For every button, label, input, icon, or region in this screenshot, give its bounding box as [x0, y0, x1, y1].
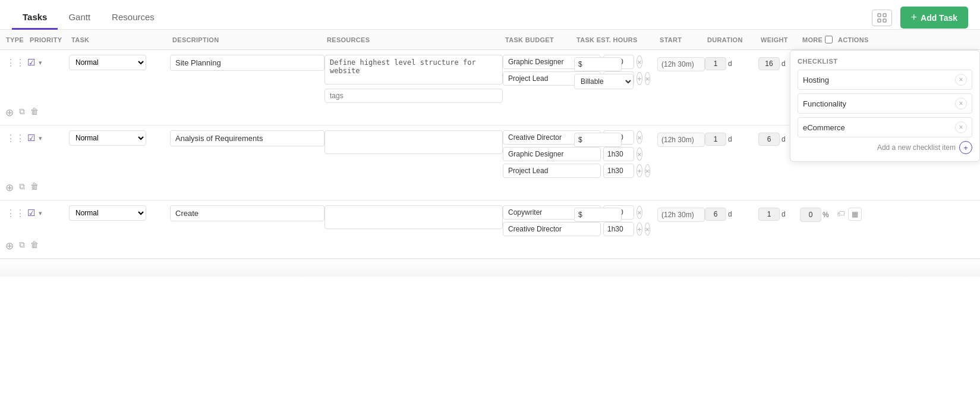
- resource-remove-btn-2-2[interactable]: ×: [636, 148, 642, 161]
- resource-hours-2-3[interactable]: [603, 164, 634, 178]
- task-name-cell-2: [170, 130, 324, 146]
- th-more: MORE: [800, 33, 836, 46]
- tags-input-1[interactable]: [324, 89, 503, 103]
- resource-hours-2-2[interactable]: [603, 147, 634, 161]
- checklist-title: CHECKLIST: [798, 58, 972, 65]
- drag-handle-3[interactable]: ⋮⋮: [4, 205, 27, 219]
- action-copy-btn-2[interactable]: ⧉: [17, 180, 27, 193]
- checklist-popup: CHECKLIST Hosting × Functionality × eCom…: [790, 50, 980, 162]
- checklist-btn-3[interactable]: ▦: [848, 208, 862, 221]
- resource-name-3-2[interactable]: [503, 222, 601, 236]
- resource-name-2-3[interactable]: [503, 164, 601, 178]
- action-add-btn-2[interactable]: ⊕: [4, 180, 15, 195]
- checklist-item-text-3: eCommerce: [803, 123, 845, 132]
- expand-btn-2[interactable]: ▾: [37, 133, 43, 143]
- weight-pct-label-3: %: [823, 211, 829, 219]
- billable-select-1[interactable]: Billable Non-Billable: [574, 74, 634, 89]
- grid-view-toggle[interactable]: [872, 10, 892, 26]
- budget-cell-2: [574, 130, 657, 147]
- priority-select-3[interactable]: Normal High Low Urgent: [69, 205, 146, 221]
- action-delete-btn-1[interactable]: 🗑: [29, 105, 40, 117]
- bottom-fade: [0, 259, 980, 277]
- task-icon-2: ☑: [27, 133, 35, 143]
- budget-input-3[interactable]: [574, 208, 622, 222]
- tab-resources[interactable]: Resources: [101, 6, 165, 30]
- resource-hours-3-2[interactable]: [603, 222, 634, 236]
- task-name-input-2[interactable]: [170, 130, 324, 146]
- action-copy-btn-3[interactable]: ⧉: [17, 239, 27, 251]
- task-name-cell-3: [170, 205, 324, 221]
- checklist-item-remove-2[interactable]: ×: [955, 98, 967, 109]
- checklist-item-remove-1[interactable]: ×: [955, 74, 967, 86]
- expand-btn-1[interactable]: ▾: [37, 58, 43, 68]
- priority-cell-1: Normal High Low Urgent: [69, 55, 170, 70]
- drag-handle-2[interactable]: ⋮⋮: [4, 130, 27, 144]
- action-add-btn-1[interactable]: ⊕: [4, 105, 15, 120]
- start-dur-row-2: d: [705, 133, 758, 146]
- svg-rect-3: [883, 19, 886, 22]
- action-copy-btn-1[interactable]: ⧉: [17, 105, 27, 118]
- tab-gantt[interactable]: Gantt: [58, 6, 101, 30]
- budget-input-2[interactable]: [574, 133, 622, 147]
- task-desc-1[interactable]: Define highest level structure for websi…: [324, 55, 503, 84]
- more-checkbox[interactable]: [825, 36, 833, 43]
- expand-btn-3[interactable]: ▾: [37, 208, 43, 218]
- budget-input-1[interactable]: [574, 57, 622, 71]
- resource-row-2-3: + ×: [503, 164, 574, 178]
- end-dur-input-3[interactable]: [758, 208, 780, 221]
- task-desc-2[interactable]: [324, 130, 503, 154]
- actions-cell-1: ⊕ ⧉ 🗑: [4, 103, 27, 120]
- start-dur-input-1[interactable]: [705, 57, 726, 70]
- th-duration: DURATION: [705, 34, 758, 46]
- task-icon-1: ☑: [27, 57, 35, 68]
- start-dur-input-2[interactable]: [705, 133, 726, 146]
- checklist-add-row[interactable]: Add a new checklist item +: [798, 141, 972, 154]
- resource-remove-btn-2-3[interactable]: ×: [645, 164, 651, 177]
- resource-row-3-1: ×: [503, 205, 574, 220]
- est-hours-display-1: (12h 30m): [657, 57, 705, 71]
- resource-name-2-2[interactable]: [503, 147, 601, 161]
- task-row-3: ⋮⋮ ☑ ▾ Normal High Low Urgent: [0, 200, 980, 258]
- add-task-label: Add Task: [921, 13, 957, 23]
- start-dur-cell-1: d: [705, 55, 758, 70]
- resource-add-btn-2[interactable]: +: [636, 164, 642, 177]
- add-task-button[interactable]: + Add Task: [900, 7, 969, 29]
- top-nav: Tasks Gantt Resources + Add Task: [0, 0, 980, 30]
- type-cell-2: ☑ ▾: [27, 130, 69, 143]
- th-type: TYPE: [4, 34, 27, 46]
- description-cell-1: Define highest level structure for websi…: [324, 55, 503, 103]
- est-hours-cell-3: (12h 30m): [657, 205, 705, 222]
- resource-remove-btn-3-2[interactable]: ×: [645, 223, 651, 236]
- priority-cell-3: Normal High Low Urgent: [69, 205, 170, 221]
- start-dur-cell-2: d: [705, 130, 758, 146]
- end-dur-row-3: d: [758, 208, 800, 221]
- checklist-item-remove-3[interactable]: ×: [955, 121, 967, 133]
- checklist-item-3: eCommerce ×: [798, 117, 972, 137]
- svg-rect-0: [878, 14, 881, 17]
- priority-select-1[interactable]: Normal High Low Urgent: [69, 55, 146, 70]
- task-desc-3[interactable]: [324, 205, 503, 229]
- priority-select-2[interactable]: Normal High Low Urgent: [69, 130, 146, 146]
- task-name-input-3[interactable]: [170, 205, 324, 221]
- end-dur-input-1[interactable]: [758, 57, 780, 70]
- action-delete-btn-3[interactable]: 🗑: [29, 239, 40, 250]
- drag-handle-1[interactable]: ⋮⋮: [4, 55, 27, 68]
- svg-rect-1: [883, 14, 886, 17]
- actions-cell-3: ⊕ ⧉ 🗑: [4, 236, 27, 253]
- description-cell-3: [324, 205, 503, 231]
- th-task: TASK: [69, 34, 170, 46]
- start-dur-label-3: d: [728, 210, 732, 218]
- action-delete-btn-2[interactable]: 🗑: [29, 180, 40, 192]
- tab-tasks[interactable]: Tasks: [12, 6, 58, 30]
- weight-input-3[interactable]: [800, 208, 821, 222]
- action-add-btn-3[interactable]: ⊕: [4, 239, 15, 253]
- tag-btn-3[interactable]: 🏷: [836, 208, 846, 220]
- actions-cell-2: ⊕ ⧉ 🗑: [4, 178, 27, 195]
- start-dur-input-3[interactable]: [705, 208, 726, 221]
- checklist-add-label: Add a new checklist item: [877, 143, 956, 152]
- th-task-budget: TASK BUDGET: [503, 34, 574, 46]
- resource-add-btn-3[interactable]: +: [636, 223, 642, 236]
- checklist-add-btn[interactable]: +: [959, 141, 972, 154]
- task-name-input-1[interactable]: [170, 55, 324, 71]
- end-dur-input-2[interactable]: [758, 133, 780, 146]
